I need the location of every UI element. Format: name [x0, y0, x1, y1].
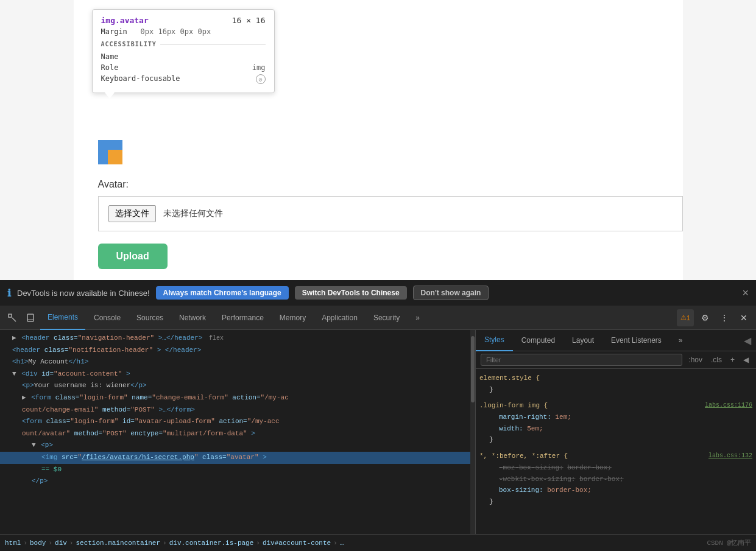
elements-scrollbar[interactable] — [470, 330, 475, 551]
tab-network[interactable]: Network — [172, 306, 213, 330]
breadcrumb-ellipsis[interactable]: … — [340, 539, 344, 547]
css-prop-margin-right: margin-right: 1em; — [479, 412, 752, 423]
tab-elements[interactable]: Elements — [40, 306, 85, 330]
breadcrumb-container[interactable]: div.container.is-page — [169, 539, 254, 547]
tab-more[interactable]: » — [408, 306, 427, 330]
switch-devtools-button[interactable]: Switch DevTools to Chinese — [295, 286, 407, 300]
code-line-header-nav[interactable]: ▶ <header class="navigation-header" >…</… — [0, 332, 475, 345]
inspect-element-button[interactable] — [4, 309, 21, 326]
tab-console[interactable]: Console — [87, 306, 128, 330]
style-tab-event-listeners[interactable]: Event Listeners — [602, 330, 670, 351]
page-area: img.avatar 16 × 16 Margin 0px 16px 0px 0… — [0, 0, 756, 280]
tooltip-role-row: Role img — [101, 63, 266, 72]
tab-performance[interactable]: Performance — [214, 306, 271, 330]
elements-code-panel: ▶ <header class="navigation-header" >…</… — [0, 330, 476, 551]
elements-code-content: ▶ <header class="navigation-header" >…</… — [0, 330, 475, 490]
css-selector-element: element.style { — [479, 373, 752, 384]
code-line-header-notif[interactable]: <header class="notification-header" > </… — [0, 345, 475, 357]
tooltip-size: 16 × 16 — [232, 16, 266, 25]
svg-rect-1 — [27, 314, 34, 321]
avatar-image-placeholder — [98, 140, 122, 164]
tooltip-keyboard-icon: ⊘ — [256, 74, 266, 84]
devtools-panel: Elements Console Sources Network Perform… — [0, 306, 756, 551]
avatar-section — [98, 134, 659, 167]
code-line-h1[interactable]: <h1>My Account</h1> — [0, 356, 475, 368]
filter-cls-button[interactable]: .cls — [708, 354, 724, 365]
code-line-p-close[interactable]: </p> — [0, 476, 475, 488]
styles-filter-input[interactable] — [481, 354, 682, 366]
tooltip-margin: Margin 0px 16px 0px 0px — [101, 27, 266, 36]
style-tab-computed[interactable]: Computed — [513, 330, 563, 351]
svg-rect-0 — [9, 314, 12, 317]
styles-panel: Styles Computed Layout Event Listeners »… — [476, 330, 756, 551]
tooltip-selector: img.avatar — [101, 16, 149, 25]
tooltip-title: img.avatar 16 × 16 — [101, 16, 266, 25]
code-line-img-avatar[interactable]: <img src="/files/avatars/hi-secret.php" … — [0, 452, 475, 464]
inspector-tooltip: img.avatar 16 × 16 Margin 0px 16px 0px 0… — [92, 9, 275, 93]
code-line-form-email[interactable]: ▶ <form class="login-form" name="change-… — [0, 392, 475, 404]
css-prop-moz-box: -moz-box-sizing: border-box; — [479, 462, 752, 474]
filter-add-button[interactable]: + — [728, 354, 737, 365]
notification-close-icon[interactable]: × — [742, 287, 749, 300]
tooltip-accessibility-label: ACCESSIBILITY — [101, 41, 157, 47]
watermark: CSDN @忆南平 — [707, 538, 751, 547]
styles-tabs: Styles Computed Layout Event Listeners »… — [476, 330, 756, 351]
tab-application[interactable]: Application — [314, 306, 365, 330]
css-rule-element-style: element.style { } — [479, 373, 752, 395]
tooltip-arrow — [105, 93, 115, 99]
style-tab-layout[interactable]: Layout — [563, 330, 602, 351]
device-mode-button[interactable] — [22, 309, 39, 326]
code-line-dollar: == $0 — [0, 464, 475, 476]
styles-content: element.style { } .login-form img { labs… — [476, 369, 756, 551]
issues-button[interactable]: ⚠ 1 — [677, 309, 694, 326]
tab-memory[interactable]: Memory — [272, 306, 313, 330]
styles-filter-bar: :hov .cls + ◀ — [476, 351, 756, 369]
breadcrumb-body[interactable]: body — [30, 539, 46, 547]
dont-show-again-button[interactable]: Don't show again — [413, 286, 489, 300]
tooltip-divider-line — [160, 44, 266, 44]
tab-sources[interactable]: Sources — [129, 306, 171, 330]
tooltip-margin-value: 0px 16px 0px 0px — [141, 27, 211, 36]
customize-button[interactable]: ⋮ — [716, 309, 733, 326]
code-line-form-avatar[interactable]: <form class="login-form" id="avatar-uplo… — [0, 416, 475, 428]
code-line-p-username[interactable]: <p>Your username is: wiener</p> — [0, 380, 475, 392]
breadcrumb-div[interactable]: div — [55, 539, 67, 547]
css-prop-width: width: 5em; — [479, 423, 752, 435]
filter-hov-button[interactable]: :hov — [686, 354, 705, 365]
tooltip-role-key: Role — [101, 63, 119, 72]
code-line-form-email-cont[interactable]: count/change-email" method="POST" >…</fo… — [0, 404, 475, 416]
styles-panel-collapse[interactable]: ◀ — [744, 335, 751, 346]
css-prop-close3: } — [479, 496, 752, 508]
tooltip-role-value: img — [252, 63, 266, 72]
code-line-form-avatar-cont[interactable]: ount/avatar" method="POST" enctype="mult… — [0, 428, 475, 440]
breadcrumb-section[interactable]: section.maincontainer — [76, 539, 160, 547]
tab-security[interactable]: Security — [366, 306, 407, 330]
notification-message: DevTools is now available in Chinese! — [17, 289, 150, 298]
file-no-selection-text: 未选择任何文件 — [163, 208, 223, 219]
tooltip-name-row: Name — [101, 52, 266, 61]
devtools-toolbar-right: ⚠ 1 ⚙ ⋮ ✕ — [677, 309, 752, 326]
css-rule-universal: *, *:before, *:after { labs.css:132 -moz… — [479, 451, 752, 507]
settings-button[interactable]: ⚙ — [696, 309, 713, 326]
filter-toggle-button[interactable]: ◀ — [741, 354, 751, 365]
tooltip-accessibility-header: ACCESSIBILITY — [101, 41, 266, 47]
code-line-p-open[interactable]: ▼ <p> — [0, 440, 475, 452]
tooltip-name-key: Name — [101, 52, 119, 61]
breadcrumb-html[interactable]: html — [5, 539, 21, 547]
css-selector-login-form: .login-form img { labs.css:1176 — [479, 400, 752, 412]
file-choose-button[interactable]: 选择文件 — [108, 205, 156, 222]
tooltip-margin-label: Margin — [101, 27, 127, 36]
upload-button[interactable]: Upload — [98, 244, 168, 269]
css-rule-login-form-img: .login-form img { labs.css:1176 margin-r… — [479, 400, 752, 446]
code-line-div-account[interactable]: ▼ <div id="account-content" > — [0, 368, 475, 381]
breadcrumb-account[interactable]: div#account-conte — [263, 539, 331, 547]
always-match-button[interactable]: Always match Chrome's language — [156, 286, 289, 300]
info-icon: ℹ — [7, 287, 11, 299]
tooltip-keyboard-row: Keyboard-focusable ⊘ — [101, 74, 266, 84]
close-devtools-button[interactable]: ✕ — [735, 309, 752, 326]
notification-bar: ℹ DevTools is now available in Chinese! … — [0, 280, 756, 306]
css-selector-universal: *, *:before, *:after { labs.css:132 — [479, 451, 752, 462]
css-prop-close2: } — [479, 434, 752, 446]
style-tab-styles[interactable]: Styles — [476, 330, 513, 351]
style-tab-more[interactable]: » — [670, 330, 691, 351]
